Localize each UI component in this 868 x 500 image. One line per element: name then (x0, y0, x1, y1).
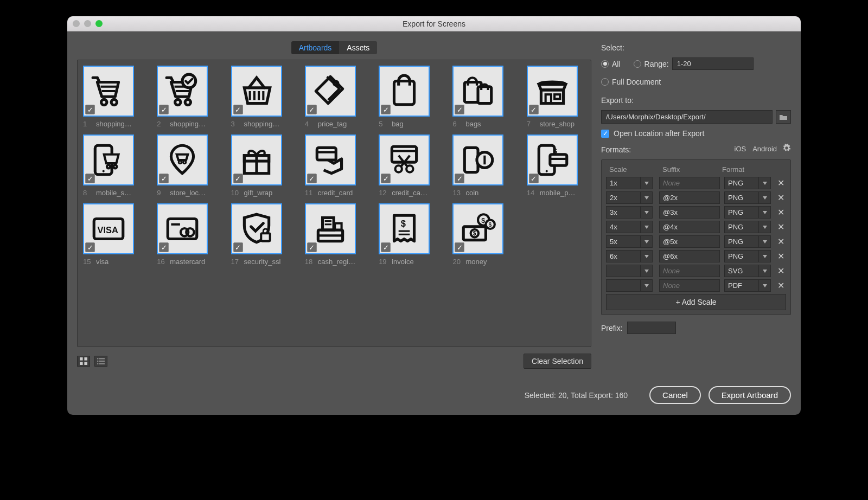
android-preset-button[interactable]: Android (752, 145, 777, 153)
tab-artboards[interactable]: Artboards (291, 41, 340, 54)
scale-input[interactable] (606, 191, 641, 204)
format-select[interactable]: PNG (724, 250, 759, 262)
delete-format-button[interactable]: ✕ (775, 238, 786, 246)
artboard-checkbox[interactable]: ✓ (307, 105, 317, 114)
format-dropdown-button[interactable] (759, 279, 771, 292)
artboard-thumbnail[interactable]: ✓ (379, 203, 430, 254)
cancel-button[interactable]: Cancel (649, 386, 701, 404)
artboard-cell[interactable]: ✓14mobile_pay... (527, 134, 585, 197)
format-dropdown-button[interactable] (759, 235, 771, 248)
artboard-thumbnail[interactable]: ✓ (157, 203, 208, 254)
artboard-cell[interactable]: ✓9store_location (157, 134, 215, 197)
artboard-checkbox[interactable]: ✓ (159, 242, 169, 252)
artboard-thumbnail[interactable]: ✓ (231, 66, 282, 117)
suffix-input[interactable] (659, 191, 720, 204)
artboard-thumbnail[interactable]: ✓ (527, 66, 578, 117)
open-location-checkbox[interactable]: ✓ (601, 130, 609, 138)
tab-assets[interactable]: Assets (339, 41, 377, 54)
scale-input[interactable] (606, 206, 641, 219)
scale-dropdown-button[interactable] (641, 279, 653, 292)
scale-input[interactable] (606, 250, 641, 262)
ios-preset-button[interactable]: iOS (735, 145, 746, 153)
artboard-cell[interactable]: ✓19invoice (379, 203, 437, 266)
suffix-input[interactable] (659, 265, 720, 277)
delete-format-button[interactable]: ✕ (775, 179, 786, 188)
scale-dropdown-button[interactable] (641, 235, 653, 248)
artboard-thumbnail[interactable]: ✓ (83, 203, 134, 254)
gear-icon[interactable] (782, 144, 791, 154)
minimize-window-button[interactable] (84, 20, 91, 27)
artboard-thumbnail[interactable]: ✓ (379, 66, 430, 117)
artboard-checkbox[interactable]: ✓ (307, 242, 317, 252)
radio-all[interactable] (601, 60, 609, 68)
scale-dropdown-button[interactable] (641, 191, 653, 204)
artboard-checkbox[interactable]: ✓ (381, 242, 391, 252)
artboard-checkbox[interactable]: ✓ (233, 174, 243, 183)
artboard-cell[interactable]: ✓6bags (452, 66, 511, 128)
artboard-cell[interactable]: ✓17security_ssl (231, 203, 290, 266)
delete-format-button[interactable]: ✕ (775, 223, 786, 232)
artboard-cell[interactable]: ✓3shopping_ba... (231, 66, 290, 128)
format-dropdown-button[interactable] (759, 221, 771, 233)
artboard-checkbox[interactable]: ✓ (85, 242, 95, 252)
suffix-input[interactable] (659, 177, 720, 189)
artboard-thumbnail[interactable]: ✓ (452, 66, 503, 117)
scale-input[interactable] (606, 279, 641, 292)
artboard-checkbox[interactable]: ✓ (455, 242, 464, 252)
format-select[interactable]: PNG (724, 191, 759, 204)
list-view-button[interactable] (94, 356, 107, 367)
scale-input[interactable] (606, 235, 641, 248)
artboard-cell[interactable]: ✓11credit_card (305, 134, 363, 197)
artboard-thumbnail[interactable]: ✓ (452, 134, 503, 185)
scale-dropdown-button[interactable] (641, 250, 653, 262)
scale-input[interactable] (606, 177, 641, 189)
artboard-thumbnail[interactable]: ✓ (157, 66, 208, 117)
suffix-input[interactable] (659, 235, 720, 248)
suffix-input[interactable] (659, 279, 720, 292)
delete-format-button[interactable]: ✕ (775, 208, 786, 217)
range-input[interactable] (672, 57, 754, 70)
artboard-checkbox[interactable]: ✓ (529, 174, 539, 183)
grid-view-button[interactable] (77, 356, 90, 367)
artboard-checkbox[interactable]: ✓ (233, 105, 243, 114)
close-window-button[interactable] (73, 20, 80, 27)
artboard-cell[interactable]: ✓5bag (379, 66, 437, 128)
format-dropdown-button[interactable] (759, 206, 771, 219)
radio-range[interactable] (634, 60, 641, 68)
artboard-cell[interactable]: ✓15visa (83, 203, 142, 266)
artboard-thumbnail[interactable]: ✓ (379, 134, 430, 185)
artboard-thumbnail[interactable]: ✓ (231, 203, 282, 254)
artboard-thumbnail[interactable]: ✓ (305, 134, 356, 185)
artboard-checkbox[interactable]: ✓ (85, 105, 95, 114)
artboard-cell[interactable]: ✓13coin (452, 134, 511, 197)
format-dropdown-button[interactable] (759, 265, 771, 277)
artboard-thumbnail[interactable]: ✓ (527, 134, 578, 185)
format-select[interactable]: PNG (724, 221, 759, 233)
export-artboard-button[interactable]: Export Artboard (709, 386, 791, 404)
artboard-thumbnail[interactable]: ✓ (231, 134, 282, 185)
artboard-thumbnail[interactable]: ✓ (305, 66, 356, 117)
format-dropdown-button[interactable] (759, 250, 771, 262)
artboard-checkbox[interactable]: ✓ (381, 105, 391, 114)
delete-format-button[interactable]: ✕ (775, 194, 786, 202)
artboard-checkbox[interactable]: ✓ (381, 174, 391, 183)
scale-dropdown-button[interactable] (641, 177, 653, 189)
artboard-checkbox[interactable]: ✓ (85, 174, 95, 183)
suffix-input[interactable] (659, 221, 720, 233)
artboard-thumbnail[interactable]: ✓ (83, 134, 134, 185)
artboard-thumbnail[interactable]: ✓ (157, 134, 208, 185)
delete-format-button[interactable]: ✕ (775, 281, 786, 290)
delete-format-button[interactable]: ✕ (775, 267, 786, 275)
export-path-input[interactable] (601, 110, 773, 124)
artboard-checkbox[interactable]: ✓ (159, 105, 169, 114)
artboard-checkbox[interactable]: ✓ (159, 174, 169, 183)
artboard-cell[interactable]: ✓4price_tag (305, 66, 363, 128)
format-dropdown-button[interactable] (759, 177, 771, 189)
artboard-cell[interactable]: ✓10gift_wrap (231, 134, 290, 197)
prefix-input[interactable] (627, 322, 676, 334)
artboard-checkbox[interactable]: ✓ (529, 105, 539, 114)
artboard-cell[interactable]: ✓2shopping_ca... (157, 66, 215, 128)
artboard-cell[interactable]: ✓12credit_card_... (379, 134, 437, 197)
artboard-cell[interactable]: ✓20money (452, 203, 511, 266)
format-dropdown-button[interactable] (759, 191, 771, 204)
